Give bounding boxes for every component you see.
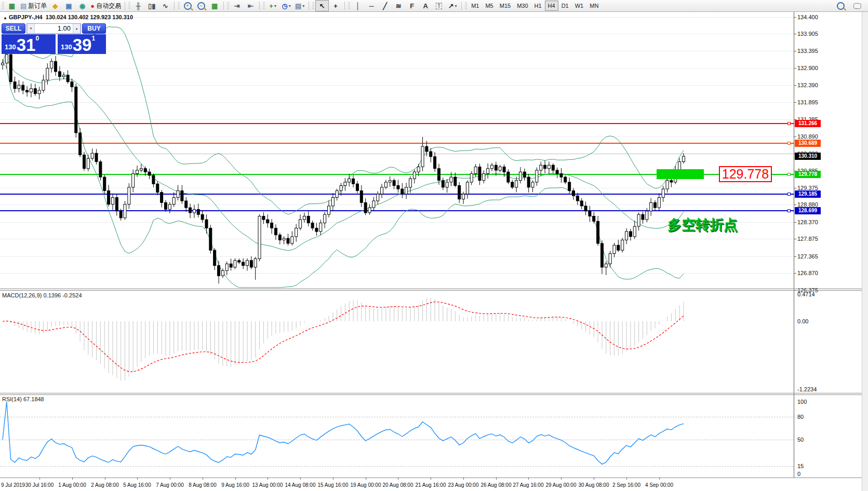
price-line-badge: 131.266 — [795, 120, 821, 127]
text-icon: A — [423, 2, 428, 10]
magnifier-icon: + — [184, 2, 192, 10]
time-axis-label: 9 Jul 2019 — [1, 482, 25, 488]
auto-trading-button[interactable]: ●自动交易 — [89, 0, 123, 11]
macd-rsi-splitter[interactable] — [0, 393, 868, 393]
price-gridline — [0, 85, 794, 86]
toolbar-grip — [312, 2, 314, 9]
sell-pips: 31 — [17, 37, 36, 53]
chevron-down-icon: ▾ — [455, 4, 457, 8]
price-axis-label: 126.870 — [797, 270, 818, 276]
timeframe-m5-button[interactable]: M5 — [482, 1, 496, 11]
time-axis-tick — [235, 478, 236, 480]
price-axis-label: 128.370 — [797, 219, 818, 225]
price-axis-tick — [794, 290, 796, 291]
cursor-button[interactable]: ↖ — [315, 0, 329, 11]
text-label-button[interactable]: T — [432, 0, 446, 11]
timeframe-m15-button[interactable]: M15 — [497, 1, 514, 11]
volume-decrease-button[interactable]: ▾ — [27, 24, 35, 33]
search-button[interactable] — [834, 0, 847, 11]
toolbar-grip — [227, 2, 229, 9]
time-axis-label: 8 Aug 08:00 — [189, 482, 216, 488]
toolbar-button-label: 自动交易 — [96, 2, 121, 10]
market-watch-button[interactable]: ▣ — [62, 0, 75, 11]
volume-input[interactable] — [35, 24, 73, 33]
price-gridline — [0, 256, 794, 257]
toolbar-grip — [465, 2, 467, 9]
magnifier-icon: − — [197, 2, 205, 10]
timeframe-h4-button[interactable]: H4 — [545, 1, 558, 11]
timeframe-mn-button[interactable]: MN — [586, 1, 602, 11]
timeframe-d1-button[interactable]: D1 — [558, 1, 572, 11]
price-axis-tick — [794, 85, 796, 86]
current-price-badge: 130.310 — [795, 153, 821, 160]
new-chart-button[interactable]: ▦ — [5, 0, 19, 11]
line-anchor-square — [787, 209, 791, 212]
time-axis-tick — [561, 478, 562, 480]
new-order-icon: ▤ — [20, 2, 26, 10]
vertical-line-button[interactable]: │ — [351, 0, 365, 11]
timeframe-m30-button[interactable]: M30 — [514, 1, 531, 11]
market-watch-icon: ▣ — [65, 2, 72, 10]
rsi-axis-label: 15 — [797, 463, 804, 469]
templates-icon: ▤ — [295, 2, 301, 10]
zoom-in-button[interactable]: + — [181, 0, 194, 11]
toolbar-button-label: 新订单 — [28, 2, 47, 10]
tile-windows-button[interactable]: ▦ — [208, 0, 221, 11]
chevron-down-icon: ▾ — [289, 4, 291, 8]
crosshair-button[interactable]: + — [329, 0, 342, 11]
sell-price-display[interactable]: 130 31 0 — [2, 34, 56, 54]
window-scrollbar-strip[interactable] — [862, 12, 868, 491]
tile-windows-icon: ▦ — [211, 2, 218, 10]
templates-button[interactable]: ▤▾ — [293, 0, 306, 11]
new-order-button[interactable]: ▤新订单 — [19, 0, 48, 11]
arrows-button[interactable]: ↗▾ — [446, 0, 459, 11]
navigator-button[interactable]: ◉ — [75, 0, 89, 11]
time-axis-tick — [72, 478, 73, 480]
trendline-button[interactable]: ╱ — [378, 0, 392, 11]
gold-cube-icon: ◆ — [52, 2, 58, 10]
symbol-marker-icon: ▲ — [3, 16, 7, 20]
bar-chart-icon: ╫ — [136, 2, 141, 10]
time-axis-label: 15 Aug 16:00 — [318, 482, 349, 488]
text-button[interactable]: A — [419, 0, 432, 11]
indicators-button[interactable]: +▾ — [266, 0, 279, 11]
auto-scroll-button[interactable]: ⇥ — [230, 0, 244, 11]
time-axis-tick — [594, 478, 594, 480]
line-anchor-square — [787, 193, 791, 196]
horizontal-line-button[interactable]: ─ — [365, 0, 378, 11]
timeframe-h1-button[interactable]: H1 — [531, 1, 545, 11]
rsi-axis-label: 50 — [797, 437, 804, 443]
price-callout-label: 129.778 — [719, 166, 772, 182]
time-axis-tick — [398, 478, 398, 480]
buy-button[interactable]: BUY — [82, 23, 106, 34]
chart-shift-button[interactable]: ⇤ — [244, 0, 257, 11]
volume-stepper: ▾ ▴ — [26, 23, 81, 34]
cursor-icon: ↖ — [319, 2, 325, 10]
chat-button[interactable] — [850, 0, 864, 11]
volume-increase-button[interactable]: ▴ — [73, 24, 81, 33]
time-axis-label: 13 Aug 00:00 — [252, 482, 283, 488]
timeframe-w1-button[interactable]: W1 — [572, 1, 587, 11]
highlight-rectangle-object — [657, 169, 704, 179]
buy-price-display[interactable]: 130 39 1 — [58, 34, 106, 54]
zoom-out-button[interactable]: − — [194, 0, 208, 11]
candlestick-chart-button[interactable]: ▯▮ — [145, 0, 158, 11]
chart-window: ▲GBPJPY-,H4 130.024 130.402 129.923 130.… — [0, 12, 868, 491]
gold-cube-button[interactable]: ◆ — [48, 0, 62, 11]
equidistant-channel-button[interactable]: ≋ — [392, 0, 405, 11]
periods-button[interactable]: ◷▾ — [279, 0, 293, 11]
indicators-icon: + — [269, 2, 273, 10]
timeframe-m1-button[interactable]: M1 — [468, 1, 482, 11]
bar-chart-button[interactable]: ╫ — [131, 0, 145, 11]
time-axis-tick — [463, 478, 464, 480]
time-axis-tick — [659, 478, 660, 480]
price-axis-label: 130.890 — [797, 133, 818, 140]
sell-button[interactable]: SELL — [2, 23, 25, 34]
line-chart-button[interactable]: ∿ — [158, 0, 172, 11]
fibonacci-button[interactable]: F — [405, 0, 419, 11]
candlestick-chart-icon: ▯▮ — [148, 2, 155, 10]
rsi-axis-label: 80 — [797, 414, 804, 420]
main-macd-splitter[interactable] — [0, 289, 868, 289]
chart-title: ▲GBPJPY-,H4 130.024 130.402 129.923 130.… — [3, 14, 133, 20]
price-axis-tick — [794, 51, 796, 51]
